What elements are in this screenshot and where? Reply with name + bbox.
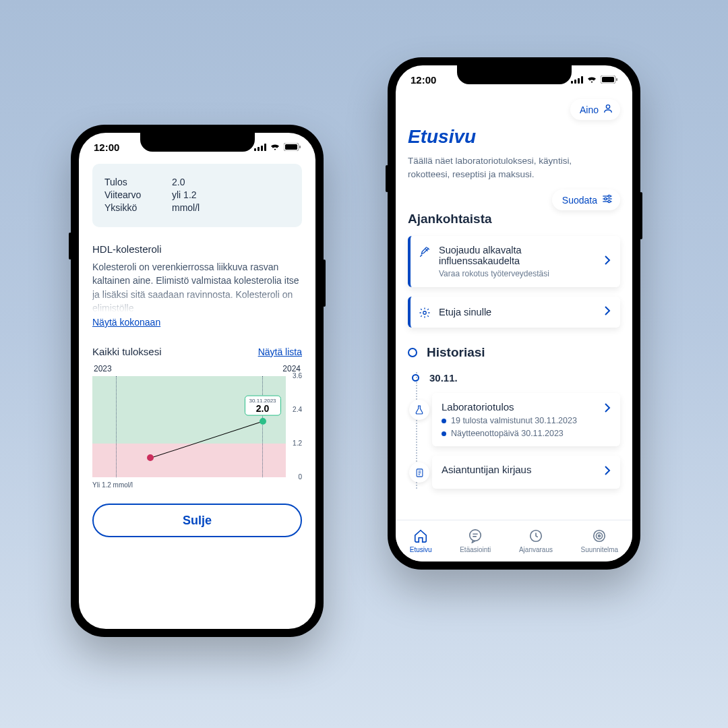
chart-ytick: 2.4 [287, 406, 302, 413]
user-name: Aino [580, 104, 599, 115]
chart-point [147, 454, 154, 461]
status-icons [254, 143, 301, 151]
results-title: Kaikki tuloksesi [92, 346, 162, 357]
notch [140, 133, 255, 152]
note-icon [409, 462, 429, 483]
chart-plot: 01.22.43.630.11.20232.0 [92, 376, 302, 477]
svg-point-18 [470, 530, 481, 541]
chart-point [260, 418, 266, 425]
info-val: mmol/l [172, 202, 200, 213]
person-icon [603, 103, 613, 116]
timeline: 30.11. Laboratoriotulos 19 tulosta valmi… [412, 372, 620, 489]
chevron-right-icon [604, 402, 611, 416]
card-meta: Varaa rokotus työterveydestäsi [439, 269, 596, 278]
user-chip[interactable]: Aino [570, 99, 620, 120]
status-time: 12:00 [94, 142, 119, 153]
tab-bar: Etusivu Etäasiointi Ajanvaraus Suunnitel… [396, 520, 632, 562]
signal-icon [571, 76, 583, 84]
filter-button[interactable]: Suodata [552, 189, 620, 210]
timeline-card-lab[interactable]: Laboratoriotulos 19 tulosta valmistunut … [432, 393, 620, 446]
filter-label: Suodata [562, 195, 597, 206]
tab-plan[interactable]: Suunnitelma [581, 528, 619, 553]
svg-point-23 [597, 533, 603, 539]
chart-ytick: 1.2 [287, 439, 302, 447]
screen: 12:00 Tulos2.0 Viitearvoyli 1.2 Yksikköm… [79, 133, 315, 629]
page-title: Etusivu [408, 126, 620, 148]
info-val: yli 1.2 [172, 189, 197, 200]
chart: 2023 2024 01.22.43.630.11.20232.0 Yli 1.… [92, 364, 302, 489]
timeline-card-title: Asiantuntijan kirjaus [442, 464, 611, 475]
tab-home[interactable]: Etusivu [410, 528, 432, 553]
phone-right: 12:00 Aino Etusivu Täällä näet laborator… [388, 57, 640, 570]
status-icons [571, 75, 617, 84]
svg-rect-4 [602, 77, 614, 82]
chat-icon [468, 528, 483, 545]
tab-remote[interactable]: Etäasiointi [460, 528, 491, 553]
timeline-card-title: Laboratoriotulos [442, 401, 611, 413]
svg-point-6 [606, 105, 609, 109]
timeline-ring-icon [408, 348, 417, 357]
notch [457, 65, 572, 84]
card-title: Etuja sinulle [439, 307, 596, 317]
section-title-history: Historiasi [427, 345, 485, 360]
svg-point-13 [423, 311, 427, 315]
info-key: Viitearvo [104, 189, 172, 200]
timeline-card-note[interactable]: Asiantuntijan kirjaus [432, 456, 620, 489]
bullet-icon [442, 419, 446, 423]
phone-left: 12:00 Tulos2.0 Viitearvoyli 1.2 Yksikköm… [71, 125, 324, 637]
gear-icon [419, 307, 431, 319]
status-time: 12:00 [411, 74, 436, 86]
wifi-icon [270, 143, 280, 151]
syringe-icon [419, 246, 431, 258]
expand-link[interactable]: Näytä kokonaan [92, 317, 160, 328]
svg-point-24 [599, 535, 601, 537]
show-list-link[interactable]: Näytä lista [258, 346, 302, 357]
card-influenza[interactable]: Suojaudu alkavalta influenssakaudelta Va… [408, 236, 620, 287]
battery-icon [601, 75, 617, 84]
svg-point-8 [608, 195, 610, 197]
content: Tulos2.0 Viitearvoyli 1.2 Yksikkömmol/l … [79, 164, 315, 537]
svg-point-22 [594, 530, 605, 542]
chevron-right-icon [604, 305, 611, 319]
svg-point-10 [605, 198, 607, 200]
info-val: 2.0 [172, 177, 185, 187]
chevron-right-icon [604, 255, 611, 268]
target-icon [592, 528, 607, 545]
tab-booking[interactable]: Ajanvaraus [519, 528, 553, 553]
svg-rect-5 [616, 78, 617, 81]
description-body: Kolesteroli on verenkierrossa liikkuva r… [92, 260, 302, 313]
home-icon [413, 528, 428, 545]
flask-icon [409, 400, 429, 420]
timeline-ring-icon [412, 374, 419, 382]
card-benefits[interactable]: Etuja sinulle [408, 297, 620, 328]
description-section: HDL-kolesteroli Kolesteroli on verenkier… [92, 243, 302, 328]
timeline-date: 30.11. [429, 372, 620, 384]
svg-rect-2 [299, 146, 301, 148]
result-info-card: Tulos2.0 Viitearvoyli 1.2 Yksikkömmol/l [92, 164, 302, 227]
chart-xlabel-start: 2023 [94, 364, 112, 373]
card-title: Suojaudu alkavalta influenssakaudelta [439, 245, 596, 266]
section-title-current: Ajankohtaista [408, 212, 620, 226]
history-header: Historiasi [408, 345, 620, 360]
battery-icon [284, 143, 301, 151]
description-title: HDL-kolesteroli [92, 243, 302, 255]
screen: 12:00 Aino Etusivu Täällä näet laborator… [396, 65, 632, 562]
chart-callout: 30.11.20232.0 [245, 395, 281, 415]
svg-point-12 [608, 200, 610, 202]
results-header: Kaikki tuloksesi Näytä lista [92, 346, 302, 357]
wifi-icon [586, 75, 597, 84]
chart-ytick: 0 [287, 473, 302, 481]
info-key: Tulos [104, 177, 172, 187]
info-key: Yksikkö [104, 202, 172, 213]
content: Etusivu Täällä näet laboratoriotuloksesi… [396, 126, 632, 489]
sliders-icon [602, 194, 613, 206]
close-button[interactable]: Sulje [92, 504, 302, 537]
signal-icon [254, 144, 266, 151]
chart-ytick: 3.6 [287, 372, 302, 380]
chart-footnote: Yli 1.2 mmol/l [92, 481, 302, 489]
chart-gridline [262, 376, 263, 477]
clock-icon [528, 528, 543, 545]
chart-gridline [116, 376, 117, 477]
chart-zone-low [92, 444, 286, 477]
chevron-right-icon [604, 465, 611, 479]
